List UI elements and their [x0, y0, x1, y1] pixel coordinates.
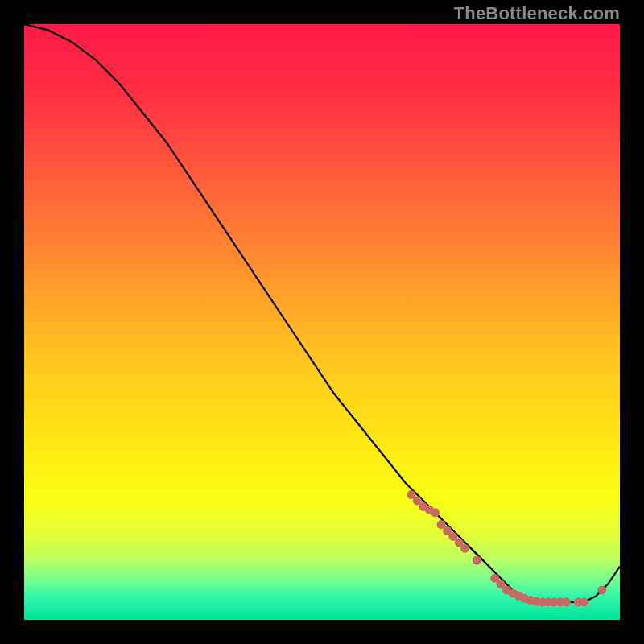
marker-dot — [580, 597, 588, 606]
chart-stage: TheBottleneck.com — [0, 0, 644, 644]
marker-dot — [431, 508, 440, 517]
marker-group — [407, 490, 607, 606]
marker-dot — [597, 586, 606, 595]
plot-area — [24, 24, 620, 620]
marker-dot — [460, 544, 469, 553]
curve-layer — [24, 24, 620, 620]
bottleneck-curve — [24, 24, 620, 602]
marker-dot — [562, 597, 571, 606]
marker-dot — [473, 556, 481, 565]
watermark-text: TheBottleneck.com — [454, 3, 620, 24]
